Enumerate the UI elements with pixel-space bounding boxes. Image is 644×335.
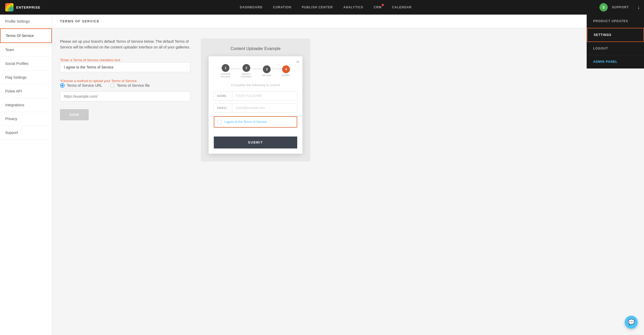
preview-title: Content Uploader Example <box>209 46 302 51</box>
chat-icon: 💬 <box>628 319 635 326</box>
dropdown-admin-panel[interactable]: ADMIN PANEL <box>587 55 644 69</box>
name-value: YOUR FULLNAME <box>232 91 297 100</box>
save-button[interactable]: SAVE <box>60 109 89 120</box>
description-text: Please set up your brand's default Terms… <box>60 39 190 50</box>
sidebar-item-privacy[interactable]: Privacy <box>0 112 52 126</box>
tos-link[interactable]: I agree to the Terms of Service <box>224 120 267 124</box>
download-icon[interactable]: ↓ <box>633 5 644 10</box>
nav-analytics[interactable]: ANALYTICS <box>343 5 363 9</box>
sidebar-item-team[interactable]: Team <box>0 43 52 57</box>
page-header: TERMS OF SERVICE <box>52 15 644 28</box>
radio-file-circle <box>110 83 115 88</box>
preview-container: Content Uploader Example ✕ 1 CHOOSESOURC… <box>201 39 310 162</box>
brand-area: ENTERPRISE <box>0 3 52 11</box>
brand-logo <box>5 3 14 11</box>
crm-badge <box>382 4 384 6</box>
submit-button[interactable]: SUBMIT <box>214 137 297 148</box>
dropdown-product-updates[interactable]: PRODUCT UPDATES <box>587 15 644 28</box>
top-nav: ENTERPRISE DASHBOARD CURATION PUBLISH CE… <box>0 0 644 15</box>
radio-group: Terms of Service URL Terms of Service fi… <box>60 83 190 88</box>
nav-dashboard[interactable]: DASHBOARD <box>240 5 263 9</box>
form-section: Please set up your brand's default Terms… <box>60 39 190 162</box>
nav-right: S SUPPORT ↓ <box>599 3 644 11</box>
dropdown-settings[interactable]: SETTINGS <box>587 28 644 42</box>
step-1: 1 CHOOSESOURCE <box>221 64 230 78</box>
checkbox-text-label: *Enter a Terms of Service checkbox text. <box>60 58 121 62</box>
sidebar-item-pixlee-api[interactable]: Pixlee API <box>0 84 52 98</box>
sidebar-item-flag-settings[interactable]: Flag Settings <box>0 71 52 84</box>
brand-name: ENTERPRISE <box>16 5 40 9</box>
radio-url-circle <box>60 83 65 88</box>
checkbox-text-input[interactable] <box>60 62 190 72</box>
method-label: *Choose a method to upload your Terms of… <box>60 79 137 83</box>
modal-header: ✕ 1 CHOOSESOURCE 2 SELECTCONTENT <box>209 56 302 78</box>
main-content: TERMS OF SERVICE Please set up your bran… <box>52 15 644 335</box>
name-row: NAME: YOUR FULLNAME <box>214 91 297 101</box>
step-3: 3 REVIEW <box>262 65 271 77</box>
step-2-circle: 2 <box>242 64 250 72</box>
sidebar: Profile Settings Terms Of Service Team S… <box>0 15 52 335</box>
nav-crm[interactable]: CRM <box>374 5 381 9</box>
sidebar-item-terms-of-service[interactable]: Terms Of Service <box>0 28 52 43</box>
preview-section: Content Uploader Example ✕ 1 CHOOSESOURC… <box>201 39 310 162</box>
layout: Profile Settings Terms Of Service Team S… <box>0 15 644 335</box>
step-3-label: REVIEW <box>262 74 271 77</box>
modal-subtitle: Complete the following to submit <box>214 83 297 87</box>
radio-file-label: Terms of Service file <box>117 83 150 88</box>
email-label: EMAIL: <box>214 104 232 112</box>
chat-bubble[interactable]: 💬 <box>625 316 638 329</box>
sidebar-item-integrations[interactable]: Integrations <box>0 98 52 112</box>
sidebar-item-support[interactable]: Support <box>0 126 52 140</box>
nav-publish-center[interactable]: PUBLISH CENTER <box>302 5 333 9</box>
url-input[interactable] <box>60 91 190 101</box>
step-2-label: SELECTCONTENT <box>241 73 252 78</box>
step-4-circle: 4 <box>282 65 290 73</box>
step-3-circle: 3 <box>263 65 271 73</box>
support-label[interactable]: SUPPORT <box>612 5 629 9</box>
step-line-2 <box>252 69 262 69</box>
modal-body: Complete the following to submit NAME: Y… <box>209 78 302 154</box>
radio-file-option[interactable]: Terms of Service file <box>110 83 150 88</box>
content-area: Please set up your brand's default Terms… <box>52 28 644 172</box>
sidebar-item-profile-settings[interactable]: Profile Settings <box>0 15 52 28</box>
modal-close-icon[interactable]: ✕ <box>296 59 299 64</box>
step-1-circle: 1 <box>222 64 229 72</box>
step-4-label: SUBMIT <box>282 74 290 77</box>
step-line-1 <box>230 69 241 69</box>
nav-links: DASHBOARD CURATION PUBLISH CENTER ANALYT… <box>52 5 599 9</box>
step-1-label: CHOOSESOURCE <box>221 73 230 78</box>
step-2: 2 SELECTCONTENT <box>241 64 252 78</box>
tos-checkbox[interactable] <box>217 120 222 124</box>
step-line-3 <box>271 69 282 69</box>
uploader-modal: ✕ 1 CHOOSESOURCE 2 SELECTCONTENT <box>209 56 302 154</box>
nav-curation[interactable]: CURATION <box>273 5 291 9</box>
nav-calendar[interactable]: CALENDAR <box>392 5 412 9</box>
dropdown-menu: PRODUCT UPDATES SETTINGS LOGOUT ADMIN PA… <box>587 15 644 69</box>
email-row: EMAIL: name@example.com <box>214 103 297 113</box>
radio-url-label: Terms of Service URL <box>67 83 102 88</box>
page-title: TERMS OF SERVICE <box>60 19 636 23</box>
sidebar-item-social-profiles[interactable]: Social Profiles <box>0 57 52 71</box>
support-avatar: S <box>599 3 608 11</box>
radio-url-option[interactable]: Terms of Service URL <box>60 83 102 88</box>
steps-row: 1 CHOOSESOURCE 2 SELECTCONTENT <box>214 61 297 78</box>
step-4: 4 SUBMIT <box>282 65 290 77</box>
name-label: NAME: <box>214 92 232 100</box>
email-value: name@example.com <box>232 103 297 112</box>
dropdown-logout[interactable]: LOGOUT <box>587 42 644 55</box>
tos-checkbox-row[interactable]: I agree to the Terms of Service <box>214 116 297 128</box>
